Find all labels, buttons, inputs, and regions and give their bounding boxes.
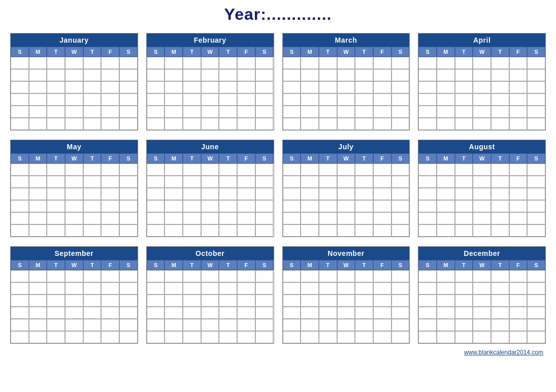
- month-header-june: June: [147, 140, 274, 153]
- calendar-cell: [391, 307, 410, 319]
- calendar-cell: [509, 176, 528, 188]
- calendar-cell: [509, 212, 528, 224]
- calendar-cell: [455, 270, 473, 282]
- calendar-cell: [83, 212, 102, 224]
- calendar-cell: [418, 118, 437, 130]
- calendar-cell: [219, 106, 237, 118]
- calendar-cell: [491, 319, 509, 331]
- calendar-cell: [283, 118, 301, 130]
- day-header-6: S: [119, 153, 138, 164]
- day-header-0: S: [283, 47, 301, 57]
- page-title: Year:.............: [10, 5, 546, 24]
- calendar-cell: [165, 212, 183, 224]
- calendar-cell: [29, 164, 47, 176]
- calendar-cell: [101, 164, 119, 176]
- calendar-cell: [337, 224, 355, 237]
- calendar-cell: [509, 81, 528, 93]
- calendar-cell: [11, 331, 29, 343]
- watermark[interactable]: www.blankcalendar2014.com: [10, 349, 546, 356]
- calendar-cell: [437, 224, 455, 237]
- calendar-cell: [355, 212, 373, 224]
- calendar-cell: [165, 81, 183, 93]
- calendar-cell: [237, 164, 255, 176]
- calendar-cell: [147, 212, 165, 224]
- calendar-cell: [101, 224, 119, 237]
- day-header-1: M: [301, 260, 319, 270]
- calendar-cell: [391, 319, 410, 331]
- month-calendar-february: FebruarySMTWTFS: [146, 33, 274, 130]
- calendar-cell: [527, 270, 545, 282]
- calendar-cell: [147, 118, 165, 130]
- calendar-cell: [183, 200, 201, 212]
- calendar-cell: [527, 81, 545, 93]
- calendar-cell: [147, 176, 165, 188]
- calendar-cell: [255, 270, 274, 282]
- calendar-cell: [255, 93, 274, 106]
- calendar-cell: [355, 307, 373, 319]
- calendar-cell: [219, 176, 237, 188]
- calendar-cell: [255, 57, 274, 69]
- day-header-1: M: [29, 260, 47, 270]
- calendar-cell: [11, 93, 29, 106]
- calendar-cell: [355, 319, 373, 331]
- calendar-cell: [319, 164, 337, 176]
- calendar-cell: [11, 81, 29, 93]
- calendar-cell: [337, 282, 355, 295]
- calendar-cell: [301, 118, 319, 130]
- calendar-cell: [418, 270, 437, 282]
- calendar-cell: [337, 118, 355, 130]
- calendar-cell: [319, 106, 337, 118]
- calendar-cell: [455, 188, 473, 200]
- calendar-cell: [201, 212, 219, 224]
- calendar-cell: [201, 69, 219, 81]
- calendar-cell: [418, 282, 437, 295]
- month-header-october: October: [147, 247, 274, 260]
- calendar-cell: [11, 176, 29, 188]
- calendar-cell: [455, 69, 473, 81]
- day-header-0: S: [418, 47, 437, 57]
- calendar-cell: [237, 69, 255, 81]
- calendar-cell: [418, 295, 437, 307]
- calendar-cell: [283, 282, 301, 295]
- calendar-cell: [29, 93, 47, 106]
- calendar-cell: [391, 282, 410, 295]
- calendar-cell: [255, 282, 274, 295]
- calendar-cell: [418, 200, 437, 212]
- calendar-cell: [455, 319, 473, 331]
- day-header-4: T: [355, 260, 373, 270]
- day-header-2: T: [319, 153, 337, 164]
- calendar-cell: [101, 307, 119, 319]
- calendar-cell: [437, 295, 455, 307]
- calendar-cell: [183, 57, 201, 69]
- day-header-1: M: [301, 153, 319, 164]
- calendar-cell: [473, 81, 491, 93]
- day-header-5: F: [101, 260, 119, 270]
- calendar-cell: [29, 295, 47, 307]
- day-header-1: M: [437, 153, 455, 164]
- calendar-cell: [47, 282, 65, 295]
- calendar-cell: [337, 319, 355, 331]
- day-header-1: M: [29, 153, 47, 164]
- calendar-cell: [83, 200, 102, 212]
- calendar-cell: [119, 93, 138, 106]
- calendar-cell: [283, 200, 301, 212]
- calendar-cell: [83, 188, 102, 200]
- calendar-cell: [11, 57, 29, 69]
- calendar-cell: [47, 307, 65, 319]
- calendar-cell: [101, 176, 119, 188]
- calendar-cell: [301, 331, 319, 343]
- calendar-cell: [455, 307, 473, 319]
- calendar-cell: [301, 224, 319, 237]
- calendar-cell: [29, 212, 47, 224]
- calendar-cell: [301, 270, 319, 282]
- calendar-cell: [509, 164, 528, 176]
- calendar-cell: [455, 118, 473, 130]
- calendar-cell: [355, 164, 373, 176]
- day-header-4: T: [491, 260, 509, 270]
- calendar-cell: [509, 93, 528, 106]
- calendar-cell: [65, 282, 83, 295]
- calendar-cell: [391, 188, 410, 200]
- calendar-cell: [201, 176, 219, 188]
- calendar-cell: [255, 176, 274, 188]
- calendar-cell: [219, 282, 237, 295]
